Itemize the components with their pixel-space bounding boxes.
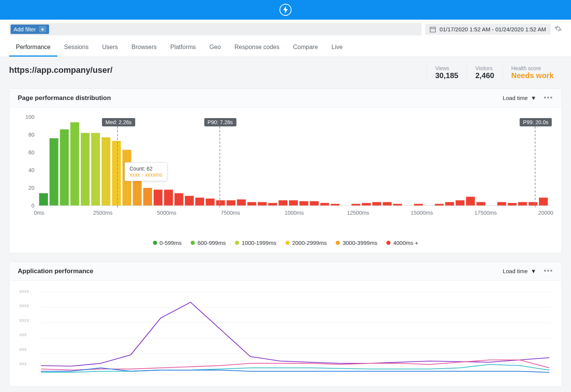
svg-text:15000ms: 15000ms: [411, 210, 433, 216]
date-range-text: 01/17/2020 1:52 AM - 01/24/2020 1:52 AM: [440, 26, 546, 32]
calendar-icon: [430, 26, 436, 32]
tab-browsers[interactable]: Browsers: [125, 38, 164, 57]
svg-rect-38: [362, 203, 370, 206]
svg-rect-35: [320, 203, 329, 206]
svg-text:0: 0: [31, 203, 34, 209]
more-menu-icon[interactable]: •••: [544, 267, 553, 275]
svg-rect-27: [237, 200, 245, 206]
svg-rect-25: [216, 200, 225, 206]
svg-text:40: 40: [28, 167, 34, 173]
y-axis-label: xxx: [19, 332, 27, 337]
svg-text:2500ms: 2500ms: [93, 210, 113, 216]
content-area: https://app.company/user/ Views 30,185 V…: [0, 57, 571, 392]
top-bar: [0, 0, 571, 20]
bar-tooltip: Count: 62 xxxx - xxxxms: [125, 162, 167, 181]
svg-rect-17: [133, 179, 142, 206]
tab-bar: PerformanceSessionsUsersBrowsersPlatform…: [0, 38, 571, 57]
tab-sessions[interactable]: Sessions: [57, 38, 96, 57]
svg-rect-50: [518, 202, 527, 206]
svg-rect-24: [206, 198, 215, 206]
add-filter-label: Add filter: [14, 26, 36, 32]
svg-text:1000ms: 1000ms: [285, 210, 304, 216]
svg-rect-45: [456, 200, 465, 206]
metric-selector[interactable]: Load time ▼: [500, 267, 539, 275]
stat-views: Views 30,185: [427, 65, 467, 80]
svg-rect-29: [258, 202, 267, 206]
svg-rect-32: [289, 200, 298, 206]
stats-block: Views 30,185 Visitors 2,460 Health score…: [427, 65, 562, 80]
svg-rect-33: [299, 201, 308, 206]
p99-marker: P99: 20.0s: [520, 118, 552, 126]
svg-rect-23: [195, 198, 204, 206]
svg-text:20: 20: [28, 185, 34, 191]
app-performance-chart: xxxxxxxxxxxxxxxxxxxxx: [9, 281, 562, 386]
legend-item: 4000ms +: [386, 240, 418, 246]
metric-selector[interactable]: Load time ▼: [500, 94, 539, 102]
settings-gear-icon[interactable]: [554, 25, 562, 34]
svg-rect-28: [247, 202, 256, 206]
svg-rect-49: [508, 203, 516, 206]
legend-item: 1000-1999ms: [235, 240, 276, 246]
tab-live[interactable]: Live: [325, 38, 349, 57]
chevron-down-icon: ▼: [531, 95, 536, 101]
svg-rect-15: [112, 141, 121, 206]
svg-rect-20: [164, 190, 173, 206]
more-menu-icon[interactable]: •••: [544, 94, 553, 102]
tab-compare[interactable]: Compare: [286, 38, 325, 57]
svg-rect-18: [143, 188, 152, 206]
svg-rect-42: [414, 204, 423, 206]
tab-response-codes[interactable]: Response codes: [228, 38, 286, 57]
svg-rect-12: [81, 133, 90, 206]
svg-text:80: 80: [28, 132, 34, 138]
card-header: Page performance distribution Load time …: [9, 89, 562, 108]
svg-text:0ms: 0ms: [34, 210, 44, 216]
svg-rect-22: [185, 196, 194, 206]
legend-item: 0-599ms: [153, 240, 182, 246]
distribution-chart: 0204060801000ms2500ms5000ms7500ms1000ms1…: [9, 108, 562, 236]
add-filter-button[interactable]: Add filter +: [11, 25, 49, 34]
y-axis-label: xxx: [19, 361, 27, 366]
svg-text:60: 60: [28, 149, 34, 155]
svg-rect-0: [430, 27, 435, 32]
filter-row: Add filter + 01/17/2020 1:52 AM - 01/24/…: [0, 20, 571, 38]
svg-rect-43: [435, 204, 443, 206]
svg-rect-31: [279, 200, 287, 206]
y-axis-label: xxxx: [19, 303, 29, 308]
legend-item: 3000-3999ms: [336, 240, 377, 246]
filter-bar[interactable]: Add filter +: [9, 23, 421, 35]
app-logo-icon: [279, 4, 292, 16]
svg-rect-13: [91, 133, 100, 206]
svg-rect-21: [174, 193, 183, 206]
card-title: Application performance: [18, 267, 500, 275]
svg-text:7500ms: 7500ms: [221, 210, 240, 216]
svg-rect-37: [352, 204, 360, 206]
svg-rect-8: [39, 193, 48, 206]
tab-users[interactable]: Users: [96, 38, 125, 57]
y-axis-label: xxx: [19, 346, 27, 352]
svg-rect-34: [310, 201, 318, 206]
chevron-down-icon: ▼: [531, 268, 536, 274]
legend-item: 2000-2999ms: [286, 240, 327, 246]
svg-rect-48: [497, 202, 506, 206]
svg-rect-39: [372, 202, 381, 206]
svg-rect-52: [539, 198, 548, 206]
svg-rect-10: [60, 129, 69, 206]
tab-performance[interactable]: Performance: [9, 38, 57, 57]
svg-text:12500ms: 12500ms: [347, 210, 369, 216]
svg-rect-44: [445, 202, 454, 206]
page-url: https://app.company/user/: [9, 65, 427, 75]
legend-item: 600-999ms: [191, 240, 226, 246]
tab-platforms[interactable]: Platforms: [164, 38, 203, 57]
svg-text:17500ms: 17500ms: [474, 210, 497, 216]
date-range-picker[interactable]: 01/17/2020 1:52 AM - 01/24/2020 1:52 AM: [425, 24, 551, 35]
distribution-legend: 0-599ms600-999ms1000-1999ms2000-2999ms30…: [9, 236, 562, 253]
svg-rect-36: [331, 204, 340, 206]
tab-geo[interactable]: Geo: [203, 38, 228, 57]
distribution-card: Page performance distribution Load time …: [9, 88, 562, 253]
svg-rect-46: [466, 197, 475, 206]
svg-rect-47: [477, 202, 485, 206]
svg-text:5000ms: 5000ms: [157, 210, 176, 216]
svg-rect-40: [383, 202, 392, 206]
card-title: Page performance distribution: [18, 94, 500, 102]
y-axis-label: xxxx: [19, 288, 29, 294]
